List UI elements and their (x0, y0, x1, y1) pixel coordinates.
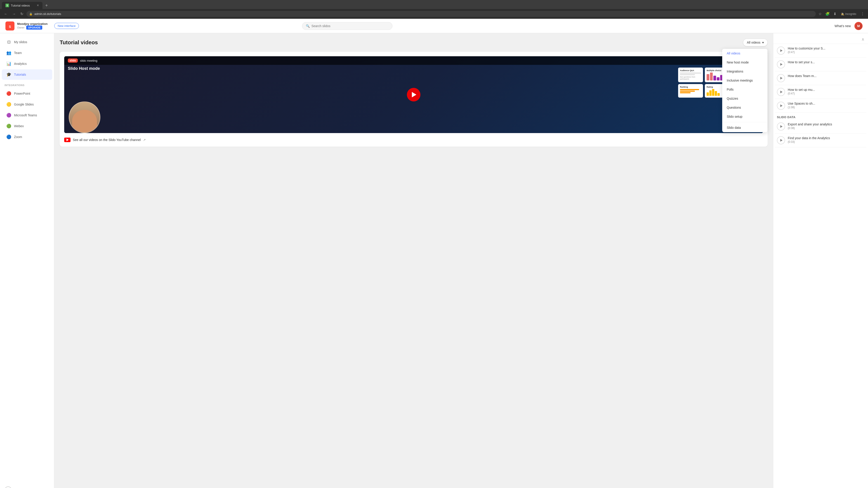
video-item-title: How to set up mu... (788, 88, 864, 92)
sidebar-item-label: Team (14, 51, 22, 55)
browser-chrome: S Tutorial videos × + ← → ↻ 🔒 ☆ 🧩 ⬇ 🕵️ I… (0, 0, 868, 19)
svg-text:S: S (9, 25, 11, 29)
page-title: Tutorial videos (60, 39, 98, 46)
content-area: Tutorial videos All videos ▾ All videos … (54, 33, 773, 488)
whats-new-button[interactable]: What's new (835, 24, 851, 28)
video-item-duration: (0:47) (788, 51, 864, 54)
tab-title: Tutorial videos (11, 4, 35, 7)
team-icon: 👥 (6, 51, 11, 55)
powerpoint-icon: 🔴 (6, 91, 11, 96)
org-name: Moodjoy organization (17, 22, 48, 26)
dropdown-item-integrations[interactable]: Integrations (722, 67, 767, 76)
search-input[interactable] (311, 24, 389, 28)
dropdown-item-quizzes[interactable]: Quizzes (722, 94, 767, 103)
play-circle-icon (777, 136, 785, 144)
sidebar-item-team[interactable]: 👥 Team (2, 48, 52, 58)
browser-actions: ☆ 🧩 ⬇ (817, 11, 837, 17)
play-button[interactable] (407, 88, 421, 101)
sidebar-item-microsoft-teams[interactable]: 🟣 Microsoft Teams (2, 110, 52, 121)
interaction-card-4: Ranking (678, 84, 703, 98)
reload-button[interactable]: ↻ (19, 11, 25, 17)
tab-bar: S Tutorial videos × + (0, 0, 868, 9)
org-role: Owner (17, 26, 24, 29)
dropdown-item-all-videos[interactable]: All videos (722, 49, 767, 58)
sidebar-item-label: Zoom (14, 135, 22, 139)
app-header: S Moodjoy organization Owner UPGRADE New… (0, 19, 868, 33)
sidebar-item-label: Webex (14, 124, 24, 128)
search-area: 🔍 (302, 22, 393, 30)
sidebar-item-my-slidos[interactable]: ⊡ My slidos (2, 37, 52, 47)
sidebar-item-label: PowerPoint (14, 92, 30, 95)
video-item-info: How does Team m... (788, 74, 864, 78)
back-button[interactable]: ← (3, 11, 9, 17)
video-header-bar: slido slido meeting Audience Q&A (64, 56, 763, 65)
video-list-item-slido-data-1[interactable]: Find your data in the Analytics (0:33) (775, 133, 866, 147)
video-item-info: How to set up mu... (0:47) (788, 88, 864, 95)
user-avatar[interactable]: M (855, 22, 863, 30)
video-item-info: Find your data in the Analytics (0:33) (788, 136, 864, 143)
filter-label: All videos (747, 41, 761, 44)
forward-button[interactable]: → (11, 11, 17, 17)
video-item-duration: (1:08) (788, 106, 864, 109)
integrations-section: Integrations 🔴 PowerPoint 🟡 Google Slide… (0, 82, 54, 142)
active-tab[interactable]: S Tutorial videos × (2, 2, 42, 9)
sidebar-item-analytics[interactable]: 📊 Analytics (2, 59, 52, 69)
new-tab-button[interactable]: + (43, 2, 50, 9)
my-slidos-icon: ⊡ (6, 39, 11, 44)
browser-menu-button[interactable]: ⋮ (860, 11, 865, 17)
extensions-button[interactable]: 🧩 (825, 11, 831, 17)
bookmark-button[interactable]: ☆ (817, 11, 823, 17)
tab-close-button[interactable]: × (37, 4, 39, 7)
video-list-item-1[interactable]: How to set your s... (775, 58, 866, 71)
video-item-duration: (0:33) (788, 140, 864, 143)
video-list-item-4[interactable]: Use Spaces to sh... (1:08) (775, 99, 866, 113)
dropdown-item-questions[interactable]: Questions (722, 103, 767, 112)
upgrade-button[interactable]: UPGRADE (26, 26, 42, 30)
interaction-card-1: Audience Q&A Ask questions from particip… (678, 68, 703, 82)
video-item-title: Use Spaces to sh... (788, 102, 864, 105)
help-button[interactable]: ? (4, 486, 12, 488)
video-list-item-slido-data-0[interactable]: Export and share your analytics (0:38) (775, 120, 866, 133)
incognito-icon: 🕵️ (841, 12, 844, 15)
play-circle-icon (777, 102, 785, 110)
video-list-item-0[interactable]: How to customize your S... (0:47) (775, 44, 866, 58)
search-box[interactable]: 🔍 (302, 22, 393, 30)
dropdown-item-inclusive-meetings[interactable]: Inclusive meetings (722, 76, 767, 85)
address-bar[interactable]: 🔒 (26, 11, 816, 17)
video-meeting-label: slido meeting (80, 59, 97, 62)
new-interface-button[interactable]: New interface (54, 23, 79, 29)
dropdown-separator (722, 122, 767, 122)
sidebar-item-zoom[interactable]: 🔵 Zoom (2, 132, 52, 142)
video-item-title: How to set your s... (788, 60, 864, 64)
video-list-item-2[interactable]: How does Team m... (775, 71, 866, 85)
sidebar-item-tutorials[interactable]: 🎓 Tutorials (2, 69, 52, 80)
presenter-avatar (69, 101, 100, 133)
collapse-icon[interactable]: ∧ (862, 37, 864, 42)
video-item-info: How to customize your S... (0:47) (788, 46, 864, 54)
video-item-duration: (0:38) (788, 127, 864, 130)
video-container: slido slido meeting Audience Q&A Slido H… (64, 56, 763, 133)
youtube-link[interactable]: See all our videos on the Slido YouTube … (64, 138, 763, 142)
url-input[interactable] (34, 12, 813, 15)
sidebar-item-google-slides[interactable]: 🟡 Google Slides (2, 99, 52, 109)
download-button[interactable]: ⬇ (833, 11, 837, 17)
sidebar-item-webex[interactable]: 🟢 Webex (2, 121, 52, 131)
org-info: Moodjoy organization Owner UPGRADE (17, 22, 48, 30)
play-circle-icon (777, 123, 785, 131)
dropdown-item-slido-setup[interactable]: Slido setup (722, 112, 767, 121)
dropdown-item-slido-data[interactable]: Slido data (722, 123, 767, 132)
sidebar-item-powerpoint[interactable]: 🔴 PowerPoint (2, 88, 52, 99)
analytics-icon: 📊 (6, 61, 11, 66)
search-icon: 🔍 (306, 24, 310, 28)
app-container: ⊡ My slidos 👥 Team 📊 Analytics 🎓 Tutoria… (0, 33, 868, 488)
dropdown-item-polls[interactable]: Polls (722, 85, 767, 94)
video-title-display: Slido Host mode (68, 66, 718, 71)
external-link-icon: ↗ (143, 138, 146, 142)
filter-dropdown[interactable]: All videos ▾ All videos New host mode In… (743, 39, 768, 46)
dropdown-item-new-host-mode[interactable]: New host mode (722, 58, 767, 67)
microsoft-teams-icon: 🟣 (6, 113, 11, 118)
chevron-down-icon: ▾ (762, 41, 764, 44)
tutorials-icon: 🎓 (6, 72, 11, 77)
video-list-item-3[interactable]: How to set up mu... (0:47) (775, 85, 866, 99)
video-item-title: Find your data in the Analytics (788, 136, 864, 140)
